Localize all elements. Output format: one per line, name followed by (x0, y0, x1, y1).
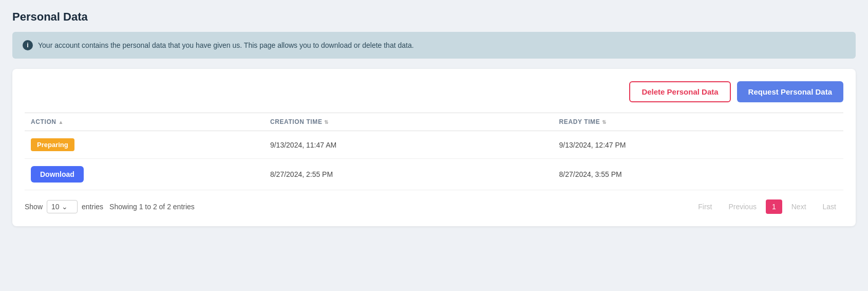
table-row: Download8/27/2024, 2:55 PM8/27/2024, 3:5… (25, 159, 843, 190)
cell-action: Preparing (25, 131, 264, 159)
table-row: Preparing9/13/2024, 11:47 AM9/13/2024, 1… (25, 131, 843, 159)
show-entries-control: Show 10 ⌄ entries (25, 200, 103, 213)
col-creation-time-label: CREATION TIME (270, 118, 323, 125)
cell-ready-time: 8/27/2024, 3:55 PM (553, 159, 843, 190)
sort-creation-icon[interactable]: ⇅ (324, 119, 329, 125)
cell-creation-time: 8/27/2024, 2:55 PM (264, 159, 553, 190)
table-footer: Show 10 ⌄ entries Showing 1 to 2 of 2 en… (25, 199, 843, 214)
sort-ready-icon[interactable]: ⇅ (602, 119, 607, 125)
last-button[interactable]: Last (816, 199, 843, 214)
showing-info: Showing 1 to 2 of 2 entries (109, 203, 195, 211)
card-header: Delete Personal Data Request Personal Da… (25, 81, 843, 102)
preparing-badge: Preparing (31, 138, 74, 151)
pagination: First Previous 1 Next Last (691, 199, 843, 214)
page-1-button[interactable]: 1 (766, 199, 782, 214)
per-page-select[interactable]: 10 ⌄ (47, 200, 78, 213)
info-icon: i (23, 40, 33, 50)
cell-action: Download (25, 159, 264, 190)
col-ready-time: READY TIME ⇅ (553, 113, 843, 131)
download-button[interactable]: Download (31, 166, 84, 183)
delete-personal-data-button[interactable]: Delete Personal Data (629, 81, 730, 102)
col-action: ACTION ▲ (25, 113, 264, 131)
personal-data-table: ACTION ▲ CREATION TIME ⇅ READY TIME ⇅ Pr… (25, 113, 843, 190)
info-banner: i Your account contains the personal dat… (12, 32, 856, 59)
main-card: Delete Personal Data Request Personal Da… (12, 69, 856, 226)
previous-button[interactable]: Previous (721, 199, 763, 214)
chevron-down-icon: ⌄ (62, 203, 68, 211)
col-action-label: ACTION (31, 118, 56, 125)
next-button[interactable]: Next (784, 199, 814, 214)
show-label: Show (25, 203, 43, 211)
sort-action-icon[interactable]: ▲ (59, 119, 64, 125)
banner-text: Your account contains the personal data … (38, 41, 414, 49)
first-button[interactable]: First (691, 199, 719, 214)
cell-creation-time: 9/13/2024, 11:47 AM (264, 131, 553, 159)
page-title: Personal Data (12, 10, 856, 24)
request-personal-data-button[interactable]: Request Personal Data (737, 81, 843, 102)
cell-ready-time: 9/13/2024, 12:47 PM (553, 131, 843, 159)
entries-label: entries (82, 203, 103, 211)
col-ready-time-label: READY TIME (559, 118, 600, 125)
col-creation-time: CREATION TIME ⇅ (264, 113, 553, 131)
per-page-value: 10 (51, 203, 60, 211)
